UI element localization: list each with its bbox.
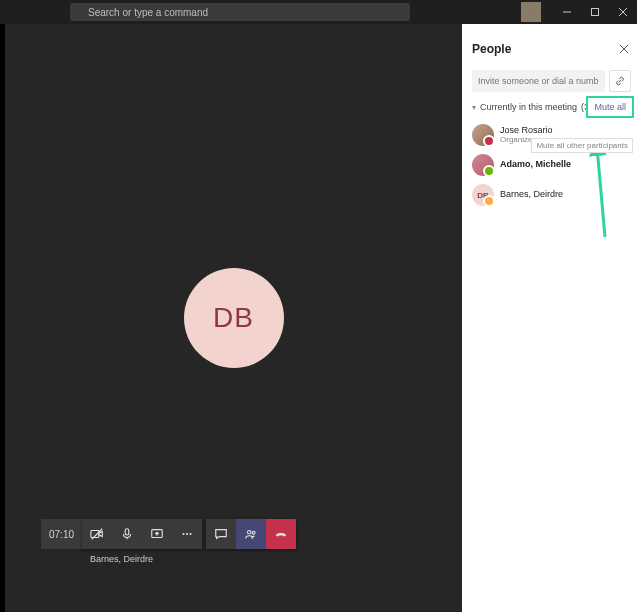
mic-button[interactable] xyxy=(112,519,142,549)
mute-all-button[interactable]: Mute all xyxy=(586,96,634,118)
section-label: Currently in this meeting xyxy=(480,102,577,112)
titlebar-right xyxy=(521,0,637,24)
participant-avatar: DB xyxy=(472,184,494,206)
close-window-button[interactable] xyxy=(609,0,637,24)
participant-list: Jose RosarioOrganizerAdamo, MichelleDBBa… xyxy=(472,122,631,212)
meeting-stage: DB 07:10 xyxy=(5,24,462,612)
share-button[interactable] xyxy=(142,519,172,549)
avatar-initials: DB xyxy=(213,302,254,334)
caret-icon: ▾ xyxy=(472,103,476,112)
control-bar-right xyxy=(206,519,296,549)
svg-point-12 xyxy=(252,531,255,534)
section-row[interactable]: ▾ Currently in this meeting (3) Mute all xyxy=(472,102,631,112)
panel-title: People xyxy=(472,42,511,56)
profile-avatar[interactable] xyxy=(521,2,541,22)
participant-avatar xyxy=(472,154,494,176)
panel-header: People xyxy=(472,40,631,58)
title-bar: Search or type a command xyxy=(0,0,637,24)
call-controls: 07:10 xyxy=(41,519,462,549)
svg-point-9 xyxy=(186,533,188,535)
people-button[interactable] xyxy=(236,519,266,549)
participant-avatar-large: DB xyxy=(184,268,284,368)
maximize-button[interactable] xyxy=(581,0,609,24)
dial-link-button[interactable] xyxy=(609,70,631,92)
participant-item[interactable]: DBBarnes, Deirdre xyxy=(472,182,631,208)
invite-row xyxy=(472,70,631,92)
search-placeholder: Search or type a command xyxy=(88,7,208,18)
more-actions-button[interactable] xyxy=(172,519,202,549)
stage-caption: Barnes, Deirdre xyxy=(90,554,153,564)
svg-rect-1 xyxy=(592,9,599,16)
mute-all-tooltip: Mute all other participants xyxy=(531,138,633,153)
participant-avatar xyxy=(472,124,494,146)
minimize-button[interactable] xyxy=(553,0,581,24)
control-bar xyxy=(82,519,202,549)
participant-item[interactable]: Adamo, Michelle xyxy=(472,152,631,178)
hangup-button[interactable] xyxy=(266,519,296,549)
participant-name: Barnes, Deirdre xyxy=(500,190,563,200)
main-area: DB 07:10 xyxy=(0,24,637,612)
call-timer: 07:10 xyxy=(41,519,82,549)
svg-point-8 xyxy=(182,533,184,535)
svg-point-11 xyxy=(248,531,252,535)
search-box[interactable]: Search or type a command xyxy=(70,3,410,21)
svg-rect-6 xyxy=(125,529,129,535)
invite-input[interactable] xyxy=(472,70,605,92)
chat-button[interactable] xyxy=(206,519,236,549)
close-panel-button[interactable] xyxy=(619,40,629,58)
participant-name: Adamo, Michelle xyxy=(500,160,571,170)
camera-button[interactable] xyxy=(82,519,112,549)
svg-point-10 xyxy=(189,533,191,535)
people-panel: People ▾ Currently in this meeting (3) M… xyxy=(462,24,637,612)
